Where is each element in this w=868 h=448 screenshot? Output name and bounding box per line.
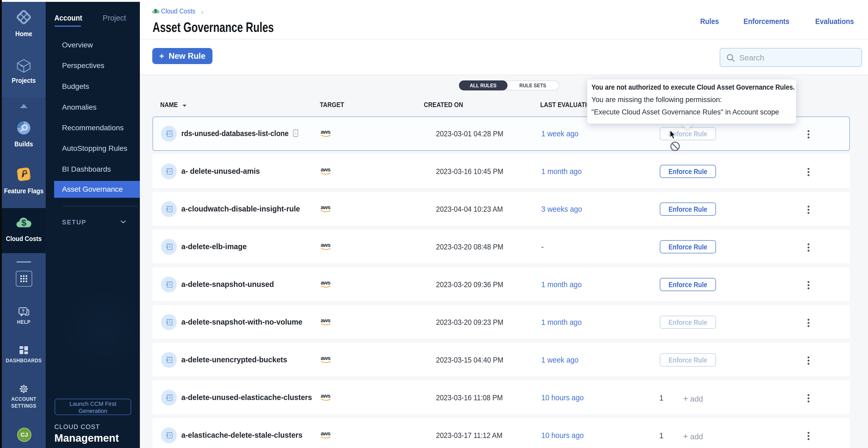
svg-text:$: $ bbox=[21, 217, 26, 228]
svg-text:aws: aws bbox=[321, 279, 331, 285]
svg-text:aws: aws bbox=[321, 317, 331, 323]
svg-text:aws: aws bbox=[321, 204, 331, 210]
svg-text:aws: aws bbox=[321, 392, 331, 399]
svg-text:aws: aws bbox=[321, 242, 331, 248]
svg-text:aws: aws bbox=[321, 166, 331, 172]
svg-text:$: $ bbox=[154, 9, 157, 14]
svg-text:aws: aws bbox=[321, 355, 331, 361]
svg-text:?: ? bbox=[22, 309, 25, 314]
svg-text:aws: aws bbox=[321, 430, 331, 437]
svg-text:aws: aws bbox=[321, 129, 331, 135]
